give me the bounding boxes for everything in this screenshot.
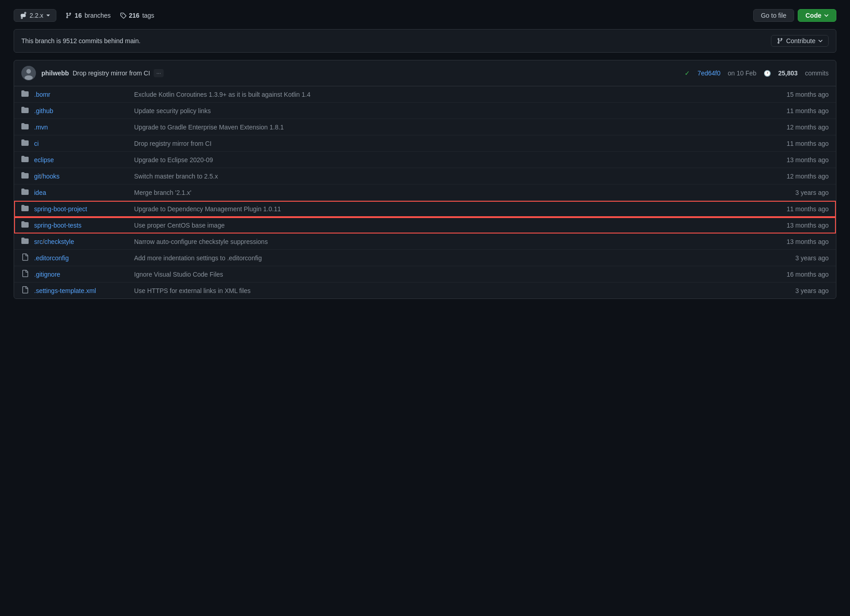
file-name[interactable]: .bomr (34, 91, 134, 98)
commits-count[interactable]: 25,803 (778, 70, 798, 77)
branch-selector[interactable]: 2.2.x (14, 9, 56, 22)
file-name[interactable]: .settings-template.xml (34, 287, 134, 294)
top-bar: 2.2.x 16 branches 216 tags Go to file Co… (14, 9, 836, 22)
file-row: .mvnUpgrade to Gradle Enterprise Maven E… (14, 119, 836, 135)
file-time: 3 years ago (756, 287, 829, 294)
code-button[interactable]: Code (798, 9, 836, 22)
file-name[interactable]: spring-boot-project (34, 205, 134, 213)
repo-header: philwebb Drop registry mirror from CI ··… (14, 60, 836, 86)
repo-header-right: ✓ 7ed64f0 on 10 Feb 🕐 25,803 commits (685, 70, 829, 77)
contribute-label: Contribute (786, 37, 815, 45)
file-commit-message[interactable]: Upgrade to Dependency Management Plugin … (134, 205, 756, 213)
svg-point-1 (26, 69, 31, 74)
tags-count: 216 (129, 12, 140, 19)
file-commit-message[interactable]: Upgrade to Gradle Enterprise Maven Exten… (134, 124, 756, 131)
file-row: .settings-template.xmlUse HTTPS for exte… (14, 283, 836, 298)
file-commit-message[interactable]: Upgrade to Eclipse 2020-09 (134, 156, 756, 164)
folder-icon (21, 237, 30, 246)
file-time: 12 months ago (756, 124, 829, 131)
file-commit-message[interactable]: Use proper CentOS base image (134, 222, 756, 229)
file-name[interactable]: .gitignore (34, 271, 134, 278)
tag-icon (120, 12, 126, 19)
folder-icon (21, 139, 30, 148)
svg-point-2 (25, 75, 33, 80)
commits-label: commits (805, 70, 829, 77)
folder-icon (21, 188, 30, 197)
file-name[interactable]: eclipse (34, 156, 134, 164)
file-name[interactable]: git/hooks (34, 173, 134, 180)
repo-header-info: philwebb Drop registry mirror from CI ··… (41, 69, 679, 77)
top-bar-left: 2.2.x 16 branches 216 tags (14, 9, 154, 22)
code-label: Code (805, 12, 821, 19)
commit-message[interactable]: Drop registry mirror from CI (73, 70, 150, 77)
file-name[interactable]: .editorconfig (34, 254, 134, 262)
commit-author[interactable]: philwebb (41, 70, 69, 77)
history-icon: 🕐 (764, 70, 771, 77)
file-name[interactable]: .github (34, 107, 134, 114)
commit-dots[interactable]: ··· (154, 69, 164, 77)
file-name[interactable]: idea (34, 189, 134, 196)
slash: / (41, 173, 43, 180)
file-row: ideaMerge branch '2.1.x'3 years ago (14, 184, 836, 201)
file-time: 13 months ago (756, 156, 829, 164)
commit-hash[interactable]: 7ed64f0 (697, 70, 720, 77)
folder-icon (21, 221, 30, 229)
file-commit-message[interactable]: Ignore Visual Studio Code Files (134, 271, 756, 278)
avatar (21, 66, 36, 80)
tags-link[interactable]: 216 tags (120, 12, 155, 19)
file-row: spring-boot-projectUpgrade to Dependency… (14, 201, 836, 217)
file-commit-message[interactable]: Narrow auto-configure checkstyle suppres… (134, 238, 756, 245)
file-row: .gitignoreIgnore Visual Studio Code File… (14, 266, 836, 283)
file-time: 16 months ago (756, 271, 829, 278)
chevron-down-icon (46, 13, 50, 18)
file-name[interactable]: spring-boot-tests (34, 222, 134, 229)
file-commit-message[interactable]: Update security policy links (134, 107, 756, 114)
file-commit-message[interactable]: Add more indentation settings to .editor… (134, 254, 756, 262)
folder-icon (21, 90, 30, 99)
avatar-icon (21, 66, 36, 80)
contribute-icon (777, 38, 783, 44)
file-row: src/checkstyleNarrow auto-configure chec… (14, 233, 836, 250)
folder-icon (21, 172, 30, 180)
folder-icon (21, 204, 30, 213)
branches-icon (65, 12, 72, 19)
file-row: ciDrop registry mirror from CI11 months … (14, 135, 836, 152)
branches-count: 16 (75, 12, 82, 19)
file-commit-message[interactable]: Exclude Kotlin Coroutines 1.3.9+ as it i… (134, 91, 756, 98)
repo-table: philwebb Drop registry mirror from CI ··… (14, 60, 836, 299)
file-name[interactable]: src/checkstyle (34, 238, 134, 245)
file-time: 11 months ago (756, 140, 829, 147)
file-time: 13 months ago (756, 238, 829, 245)
branches-label: branches (85, 12, 111, 19)
commit-on-text: on 10 Feb (728, 70, 756, 77)
file-icon-svg (21, 270, 30, 278)
chevron-down-icon-code (824, 13, 829, 18)
file-name[interactable]: ci (34, 140, 134, 147)
file-commit-message[interactable]: Drop registry mirror from CI (134, 140, 756, 147)
branches-link[interactable]: 16 branches (65, 12, 110, 19)
file-time: 11 months ago (756, 205, 829, 213)
folder-icon (21, 123, 30, 131)
branch-notice-text: This branch is 9512 commits behind main. (21, 37, 140, 45)
file-commit-message[interactable]: Switch master branch to 2.5.x (134, 173, 756, 180)
go-to-file-button[interactable]: Go to file (753, 9, 794, 22)
branch-icon (20, 12, 27, 19)
file-row: spring-boot-testsUse proper CentOS base … (14, 217, 836, 233)
file-time: 3 years ago (756, 254, 829, 262)
contribute-button[interactable]: Contribute (771, 35, 829, 47)
file-rows: .bomrExclude Kotlin Coroutines 1.3.9+ as… (14, 86, 836, 298)
file-commit-message[interactable]: Merge branch '2.1.x' (134, 189, 756, 196)
file-time: 11 months ago (756, 107, 829, 114)
file-row: eclipseUpgrade to Eclipse 2020-0913 mont… (14, 152, 836, 168)
branch-name: 2.2.x (30, 12, 43, 19)
file-time: 3 years ago (756, 189, 829, 196)
file-time: 13 months ago (756, 222, 829, 229)
top-bar-right: Go to file Code (753, 9, 836, 22)
folder-icon (21, 106, 30, 115)
check-icon: ✓ (685, 70, 690, 77)
file-name[interactable]: .mvn (34, 124, 134, 131)
file-commit-message[interactable]: Use HTTPS for external links in XML file… (134, 287, 756, 294)
file-icon-svg (21, 286, 30, 295)
branch-notice: This branch is 9512 commits behind main.… (14, 29, 836, 53)
file-time: 15 months ago (756, 91, 829, 98)
